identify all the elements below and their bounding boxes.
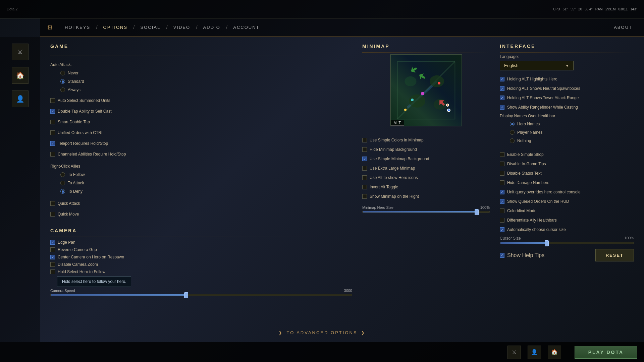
checkbox-disable-tips[interactable] — [500, 162, 504, 166]
edge-pan-row[interactable]: Edge Pan — [50, 239, 352, 246]
disable-zoom-row[interactable]: Disable Camera Zoom — [50, 261, 352, 268]
checkbox-rangefinder[interactable] — [500, 105, 504, 110]
right-click-attack[interactable]: To Attack — [60, 179, 352, 187]
bottom-icon-2[interactable]: 👤 — [528, 346, 541, 359]
checkbox-hide-minimap-bg[interactable] — [362, 147, 367, 152]
nav-audio[interactable]: AUDIO — [198, 25, 225, 30]
auto-attack-always[interactable]: Always — [60, 86, 352, 94]
checkbox-smart-double[interactable] — [50, 120, 55, 124]
disable-tips-row[interactable]: Disable In-Game Tips — [500, 160, 634, 168]
nothing-row[interactable]: Nothing — [510, 137, 542, 144]
bottom-icon-3[interactable]: 🏠 — [548, 346, 561, 359]
quick-move-row[interactable]: Quick Move — [50, 210, 352, 218]
nav-hotkeys[interactable]: HOTKEYS — [60, 25, 95, 30]
sidebar-icon-1[interactable]: ⚔ — [12, 44, 29, 60]
queued-orders-row[interactable]: Show Queued Orders On the HUD — [500, 198, 634, 205]
checkbox-reverse-cam[interactable] — [50, 247, 55, 252]
checkbox-disable-status[interactable] — [500, 171, 504, 176]
checkbox-double-tap[interactable] — [50, 109, 55, 114]
nav-account[interactable]: ACCOUNT — [228, 25, 264, 30]
checkbox-extra-large[interactable] — [362, 166, 367, 171]
radio-player-names[interactable] — [510, 130, 515, 135]
checkbox-alt-hero-icons[interactable] — [362, 175, 367, 180]
checkbox-simple-shop[interactable] — [500, 152, 504, 157]
checkbox-minimap-right[interactable] — [362, 194, 367, 199]
cursor-size-track[interactable] — [500, 242, 634, 244]
quick-attack-row[interactable]: Quick Attack — [50, 200, 352, 207]
checkbox-auto-cursor[interactable] — [500, 227, 504, 232]
alt-tower-range-row[interactable]: Holding ALT Shows Tower Attack Range — [500, 94, 634, 102]
sidebar-icon-2[interactable]: 🏠 — [12, 67, 29, 84]
checkbox-invert-alt[interactable] — [362, 185, 367, 189]
sidebar-icon-3[interactable]: 👤 — [12, 90, 29, 107]
nav-options[interactable]: OPTIONS — [98, 25, 133, 30]
hero-names-row[interactable]: Hero Names — [510, 120, 542, 128]
checkbox-disable-zoom[interactable] — [50, 262, 55, 267]
simple-minimap-bg-row[interactable]: Use Simple Minimap Background — [362, 155, 490, 163]
radio-follow[interactable] — [60, 172, 65, 177]
minimap-size-thumb[interactable] — [475, 209, 479, 215]
radio-deny[interactable] — [60, 189, 65, 194]
checkbox-queued-orders[interactable] — [500, 199, 504, 204]
play-dota-button[interactable]: PLAY DOTA — [575, 346, 637, 359]
radio-standard[interactable] — [60, 79, 65, 84]
checkbox-teleport[interactable] — [50, 141, 55, 146]
camera-speed-track[interactable] — [50, 294, 352, 296]
simple-shop-row[interactable]: Enable Simple Shop — [500, 151, 634, 158]
auto-cursor-row[interactable]: Automatically choose cursor size — [500, 226, 634, 233]
checkbox-auto-select[interactable] — [50, 98, 55, 103]
colorblind-row[interactable]: Colorblind Mode — [500, 207, 634, 215]
nav-video[interactable]: VIDEO — [168, 25, 195, 30]
checkbox-alt-tower-range[interactable] — [500, 96, 504, 100]
alt-neutral-row[interactable]: Holding ALT Shows Neutral Spawnboxes — [500, 85, 634, 92]
checkbox-colorblind[interactable] — [500, 208, 504, 213]
checkbox-diff-ally[interactable] — [500, 218, 504, 223]
unified-orders-row[interactable]: Unified Orders with CTRL — [50, 129, 352, 136]
player-names-row[interactable]: Player Names — [510, 129, 542, 136]
checkbox-channeled[interactable] — [50, 152, 55, 157]
auto-select-row[interactable]: Auto Select Summoned Units — [50, 97, 352, 104]
checkbox-simple-colors[interactable] — [362, 138, 367, 142]
radio-attack[interactable] — [60, 181, 65, 185]
checkbox-hold-select[interactable] — [50, 269, 55, 274]
reset-button[interactable]: RESET — [595, 249, 634, 261]
language-dropdown[interactable]: English ▼ — [500, 61, 574, 70]
checkbox-unit-query[interactable] — [500, 190, 504, 194]
invert-alt-row[interactable]: Invert Alt Toggle — [362, 183, 490, 191]
double-tap-row[interactable]: Double Tap Ability to Self Cast — [50, 108, 352, 115]
alt-highlights-row[interactable]: Holding ALT Highlights Hero — [500, 75, 634, 83]
simple-colors-row[interactable]: Use Simple Colors in Minimap — [362, 136, 490, 144]
rangefinder-row[interactable]: Show Ability Rangefinder While Casting — [500, 104, 634, 111]
center-cam-row[interactable]: Center Camera on Hero on Respawn — [50, 253, 352, 261]
right-click-follow[interactable]: To Follow — [60, 171, 352, 178]
diff-ally-row[interactable]: Differentiate Ally Healthbars — [500, 217, 634, 224]
checkbox-show-help[interactable] — [500, 253, 504, 258]
minimap-size-track[interactable] — [362, 211, 490, 213]
radio-nothing[interactable] — [510, 138, 515, 143]
nav-social[interactable]: SOCIAL — [136, 25, 166, 30]
auto-attack-never[interactable]: Never — [60, 69, 352, 77]
bottom-icon-1[interactable]: ⚔ — [507, 346, 521, 359]
checkbox-simple-minimap-bg[interactable] — [362, 157, 367, 161]
alt-hero-icons-row[interactable]: Use Alt to show Hero icons — [362, 174, 490, 181]
extra-large-row[interactable]: Use Extra Large Minimap — [362, 165, 490, 172]
hide-damage-row[interactable]: Hide Damage Numbers — [500, 179, 634, 186]
checkbox-alt-highlights[interactable] — [500, 77, 504, 81]
minimap-right-row[interactable]: Show Minimap on the Right — [362, 193, 490, 200]
channeled-row[interactable]: Channeled Abilities Require Hold/Stop — [50, 150, 352, 158]
radio-hero-names[interactable] — [510, 122, 515, 126]
smart-double-row[interactable]: Smart Double Tap — [50, 118, 352, 126]
checkbox-edge-pan[interactable] — [50, 240, 55, 245]
right-click-deny[interactable]: To Deny — [60, 188, 352, 195]
unit-query-row[interactable]: Unit query overrides hero control consol… — [500, 188, 634, 196]
advanced-options-button[interactable]: ❯ TO ADVANCED OPTIONS ❯ — [278, 330, 365, 335]
hide-minimap-bg-row[interactable]: Hide Minimap Background — [362, 146, 490, 153]
checkbox-hide-damage[interactable] — [500, 180, 504, 185]
radio-always[interactable] — [60, 87, 65, 92]
camera-speed-thumb[interactable] — [184, 292, 188, 298]
checkbox-quick-attack[interactable] — [50, 201, 55, 206]
checkbox-alt-neutral[interactable] — [500, 86, 504, 91]
cursor-size-thumb[interactable] — [545, 240, 549, 246]
auto-attack-standard[interactable]: Standard — [60, 78, 352, 85]
disable-status-row[interactable]: Disable Status Text — [500, 170, 634, 177]
